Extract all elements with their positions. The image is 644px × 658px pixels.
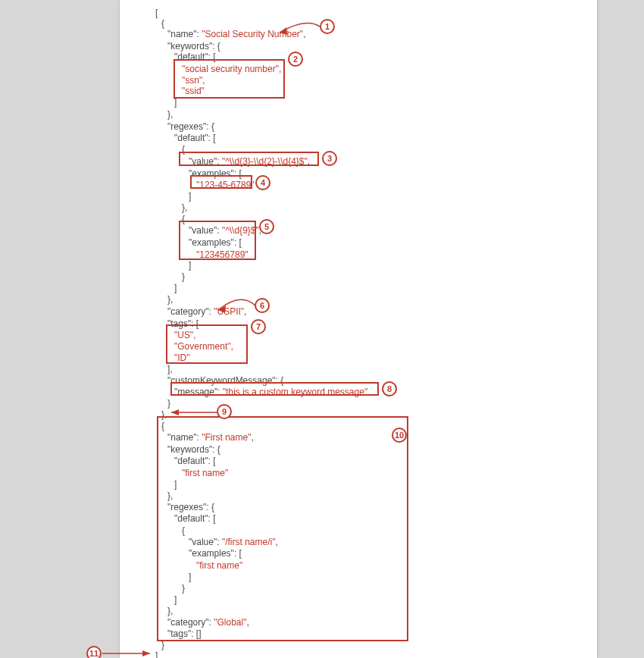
stage: [ { "name": "Social Security Number", "k… bbox=[0, 0, 644, 658]
code-line: }, bbox=[167, 294, 173, 305]
callout-2: 2 bbox=[288, 52, 303, 67]
highlight-box-example-1 bbox=[190, 175, 252, 189]
json-key: "name" bbox=[167, 29, 197, 39]
highlight-box-second-entry bbox=[157, 416, 408, 641]
code-line: "keywords": { bbox=[167, 41, 220, 52]
code-line: } bbox=[161, 640, 164, 650]
highlight-box-custom-message bbox=[170, 382, 379, 396]
code-line: [ bbox=[155, 8, 158, 18]
code-line: ] bbox=[189, 191, 191, 202]
callout-8: 8 bbox=[382, 381, 397, 396]
code-line: ] bbox=[189, 260, 191, 271]
code-line: }, bbox=[182, 202, 187, 213]
code-line: "default": [ bbox=[174, 133, 216, 143]
callout-10: 10 bbox=[392, 428, 407, 443]
code-line: ] bbox=[174, 97, 177, 108]
code-line: } bbox=[182, 271, 185, 282]
code-line: { bbox=[161, 18, 164, 29]
highlight-box-regex-value-2 bbox=[179, 221, 256, 260]
code-line: ] bbox=[155, 650, 158, 658]
code-line: "name": "Social Security Number", bbox=[167, 29, 305, 39]
callout-6: 6 bbox=[255, 298, 270, 313]
callout-9: 9 bbox=[217, 404, 232, 419]
highlight-box-keywords bbox=[174, 59, 285, 99]
code-line: ], bbox=[167, 364, 173, 374]
code-line: } bbox=[167, 398, 170, 409]
code-line: "category": "USPII", bbox=[167, 306, 246, 317]
highlight-box-regex-value-1 bbox=[179, 152, 319, 166]
callout-5: 5 bbox=[259, 219, 274, 234]
callout-3: 3 bbox=[322, 151, 337, 166]
code-line: "regexes": { bbox=[167, 121, 214, 132]
callout-11: 11 bbox=[86, 646, 102, 658]
highlight-box-tags bbox=[166, 324, 248, 364]
code-line: }, bbox=[167, 109, 173, 120]
json-string: "Social Security Number" bbox=[202, 29, 303, 39]
callout-1: 1 bbox=[320, 19, 335, 34]
callout-7: 7 bbox=[251, 319, 266, 334]
callout-4: 4 bbox=[255, 175, 270, 190]
code-line: ] bbox=[174, 283, 177, 293]
